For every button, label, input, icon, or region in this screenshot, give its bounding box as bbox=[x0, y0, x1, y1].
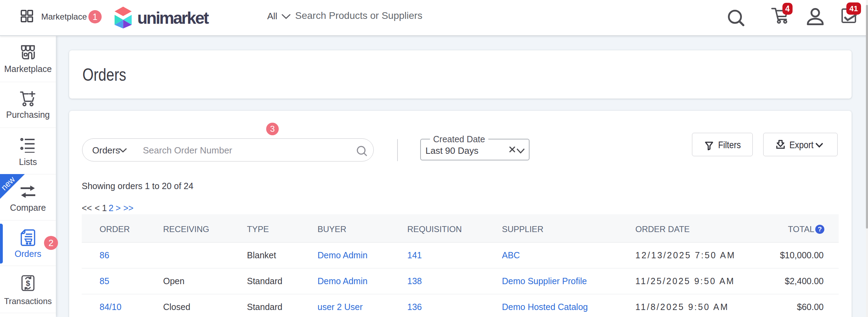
svg-text:$: $ bbox=[26, 279, 30, 288]
